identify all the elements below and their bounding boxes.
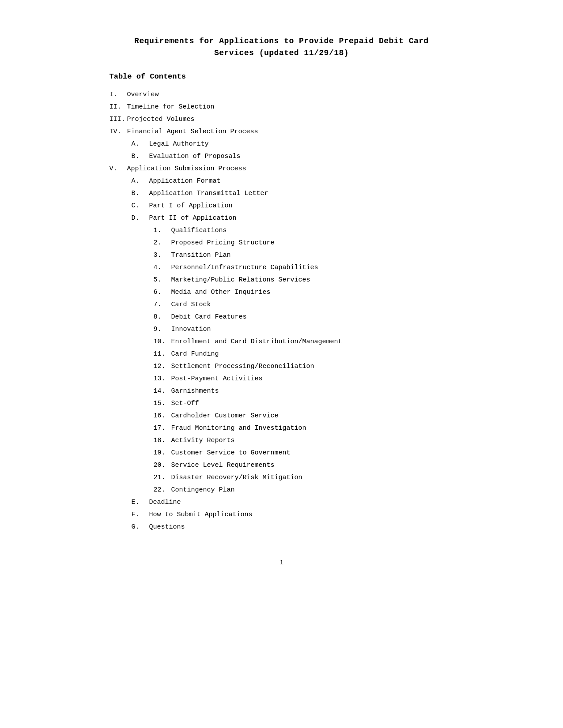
toc-item-label: I. — [110, 90, 127, 100]
toc-item-label: 10. — [154, 337, 171, 347]
toc-item-text: Set-Off — [171, 398, 199, 409]
toc-item: 6.Media and Other Inquiries — [154, 287, 454, 298]
toc-list: I.OverviewII.Timeline for SelectionIII.P… — [110, 90, 454, 533]
toc-item: III.Projected Volumes — [110, 114, 454, 125]
toc-item-text: Customer Service to Government — [171, 448, 291, 458]
toc-item-text: Cardholder Customer Service — [171, 411, 279, 421]
document-title: Requirements for Applications to Provide… — [110, 35, 454, 59]
toc-item: V.Application Submission Process — [110, 164, 454, 174]
toc-item-text: Marketing/Public Relations Services — [171, 275, 310, 285]
toc-item: 13.Post-Payment Activities — [154, 374, 454, 384]
toc-item-label: 22. — [154, 485, 171, 495]
toc-item-text: Transition Plan — [171, 250, 231, 261]
toc-item: 21.Disaster Recovery/Risk Mitigation — [154, 473, 454, 483]
toc-item-label: A. — [132, 176, 149, 187]
toc-item-text: Contingency Plan — [171, 485, 235, 495]
toc-item: 14.Garnishments — [154, 386, 454, 397]
toc-item-text: Timeline for Selection — [127, 102, 215, 113]
toc-item-label: 17. — [154, 423, 171, 434]
toc-item-label: IV. — [110, 127, 127, 137]
toc-item: B.Evaluation of Proposals — [132, 151, 454, 162]
toc-item-text: Evaluation of Proposals — [149, 151, 241, 162]
toc-item: 5.Marketing/Public Relations Services — [154, 275, 454, 285]
toc-item: 22.Contingency Plan — [154, 485, 454, 495]
toc-item-text: Card Stock — [171, 300, 211, 310]
toc-item-label: E. — [132, 497, 149, 508]
toc-item-text: Disaster Recovery/Risk Mitigation — [171, 473, 302, 483]
title-line1: Requirements for Applications to Provide… — [110, 35, 454, 47]
toc-item-text: Personnel/Infrastructure Capabilities — [171, 263, 318, 273]
toc-item-label: 20. — [154, 460, 171, 471]
toc-item: 3.Transition Plan — [154, 250, 454, 261]
toc-item: 8.Debit Card Features — [154, 312, 454, 323]
title-line2: Services (updated 11/29/18) — [110, 47, 454, 59]
toc-item: IV.Financial Agent Selection Process — [110, 127, 454, 137]
toc-item-text: Application Format — [149, 176, 221, 187]
toc-item-label: B. — [132, 188, 149, 199]
toc-item: 4.Personnel/Infrastructure Capabilities — [154, 263, 454, 273]
toc-item-text: Application Transmittal Letter — [149, 188, 268, 199]
toc-item-text: Overview — [127, 90, 159, 100]
toc-item: 10.Enrollment and Card Distribution/Mana… — [154, 337, 454, 347]
toc-item: I.Overview — [110, 90, 454, 100]
toc-item: A.Legal Authority — [132, 139, 454, 150]
toc-item-label: F. — [132, 510, 149, 520]
toc-item-text: Questions — [149, 522, 185, 533]
page: Requirements for Applications to Provide… — [83, 0, 480, 728]
toc-item-label: 18. — [154, 435, 171, 446]
toc-item-text: Projected Volumes — [127, 114, 195, 125]
toc-item-label: 3. — [154, 250, 171, 261]
toc-item-label: 11. — [154, 349, 171, 360]
toc-item-label: V. — [110, 164, 127, 174]
toc-item-label: 1. — [154, 225, 171, 236]
toc-item: 18.Activity Reports — [154, 435, 454, 446]
toc-item-text: Legal Authority — [149, 139, 209, 150]
toc-item-label: B. — [132, 151, 149, 162]
toc-item-text: Deadline — [149, 497, 181, 508]
toc-item: 11.Card Funding — [154, 349, 454, 360]
toc-item-label: 16. — [154, 411, 171, 421]
toc-item: G.Questions — [132, 522, 454, 533]
page-number: 1 — [110, 559, 454, 567]
toc-item-text: Proposed Pricing Structure — [171, 238, 275, 248]
toc-item-label: 6. — [154, 287, 171, 298]
toc-item-text: Qualifications — [171, 225, 227, 236]
toc-item-label: 19. — [154, 448, 171, 458]
toc-item-text: Enrollment and Card Distribution/Managem… — [171, 337, 342, 347]
toc-item-text: Debit Card Features — [171, 312, 247, 323]
toc-item-label: III. — [110, 114, 127, 125]
toc-item: 12.Settlement Processing/Reconciliation — [154, 361, 454, 372]
toc-item-text: How to Submit Applications — [149, 510, 253, 520]
toc-item: 9.Innovation — [154, 324, 454, 335]
toc-item: E.Deadline — [132, 497, 454, 508]
toc-item-text: Activity Reports — [171, 435, 235, 446]
toc-item-label: II. — [110, 102, 127, 113]
toc-item-label: A. — [132, 139, 149, 150]
toc-item: 2.Proposed Pricing Structure — [154, 238, 454, 248]
toc-item-text: Application Submission Process — [127, 164, 246, 174]
toc-item-label: C. — [132, 201, 149, 211]
toc-item-label: 12. — [154, 361, 171, 372]
toc-item: 20.Service Level Requirements — [154, 460, 454, 471]
toc-item-label: 9. — [154, 324, 171, 335]
toc-item: C.Part I of Application — [132, 201, 454, 211]
toc-item: II.Timeline for Selection — [110, 102, 454, 113]
toc-item: 15.Set-Off — [154, 398, 454, 409]
toc-item-label: G. — [132, 522, 149, 533]
toc-item-label: 8. — [154, 312, 171, 323]
toc-item-text: Financial Agent Selection Process — [127, 127, 258, 137]
toc-item: B.Application Transmittal Letter — [132, 188, 454, 199]
toc-item: D.Part II of Application — [132, 213, 454, 224]
toc-item-label: 5. — [154, 275, 171, 285]
toc-item-text: Media and Other Inquiries — [171, 287, 271, 298]
toc-item: F.How to Submit Applications — [132, 510, 454, 520]
toc-heading: Table of Contents — [110, 72, 454, 81]
toc-item-label: 2. — [154, 238, 171, 248]
toc-item-text: Fraud Monitoring and Investigation — [171, 423, 306, 434]
toc-item-label: 13. — [154, 374, 171, 384]
toc-item-text: Innovation — [171, 324, 211, 335]
toc-item-label: 4. — [154, 263, 171, 273]
toc-item-label: 21. — [154, 473, 171, 483]
toc-item: 19.Customer Service to Government — [154, 448, 454, 458]
toc-item-label: 15. — [154, 398, 171, 409]
